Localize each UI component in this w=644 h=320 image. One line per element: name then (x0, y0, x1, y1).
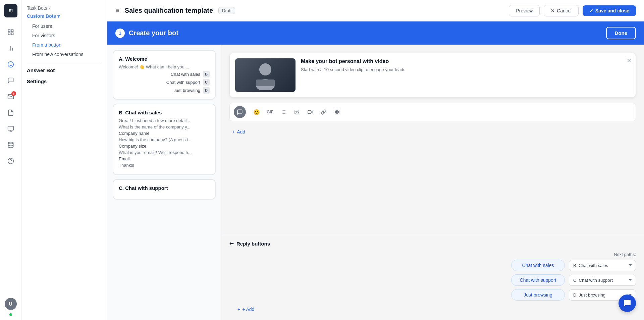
reply-row-2: Chat with support C. Chat with support B… (229, 274, 636, 286)
reply-row-1: Chat with sales B. Chat with sales C. Ch… (229, 260, 636, 271)
reply-just-browsing: Just browsing D (119, 87, 210, 94)
sidebar-for-visitors[interactable]: For visitors (27, 31, 102, 40)
sidebar-from-new-conversations[interactable]: From new conversations (27, 50, 102, 59)
next-paths-label: Next paths: (495, 252, 636, 257)
nav-icon-inbox[interactable]: 1 (4, 90, 17, 103)
card-b-line6: What is your email? We'll respond h... (119, 150, 210, 155)
path-select-sales[interactable]: B. Chat with sales C. Chat with support … (569, 260, 636, 271)
menu-icon[interactable]: ≡ (115, 7, 119, 14)
page-header: ≡ Sales qualification template Draft Pre… (107, 0, 644, 21)
add-plus-icon: + (232, 129, 235, 135)
app-logo[interactable]: ≋ (4, 4, 17, 17)
video-close-button[interactable]: ✕ (627, 57, 632, 64)
apps-icon[interactable] (332, 107, 342, 117)
card-a-title: A. Welcome (119, 56, 210, 62)
video-popup-card: Make your bot personal with video Start … (229, 53, 636, 98)
done-button[interactable]: Done (606, 27, 636, 39)
settings-label[interactable]: Settings (27, 76, 102, 87)
gif-icon[interactable]: GIF (265, 107, 275, 117)
nav-icon-data[interactable] (4, 138, 17, 152)
svg-point-10 (8, 142, 13, 144)
card-b-line2: What is the name of the company y... (119, 124, 210, 129)
person-illustration (252, 60, 279, 90)
inbox-badge: 1 (11, 91, 16, 96)
video-icon[interactable] (305, 107, 316, 117)
card-b-line7: Email (119, 156, 210, 161)
cancel-x-icon: ✕ (551, 8, 555, 13)
path-select-support[interactable]: C. Chat with support B. Chat with sales … (569, 275, 636, 286)
sidebar-divider (27, 62, 102, 62)
save-button[interactable]: ✓ Save and close (583, 5, 636, 16)
flow-card-c[interactable]: C. Chat with support (113, 179, 216, 200)
svg-point-23 (296, 111, 297, 112)
editor-panel: Make your bot personal with video Start … (221, 45, 644, 320)
nav-icon-bots[interactable] (4, 58, 17, 71)
nav-icon-articles[interactable] (4, 106, 17, 119)
task-bots-link[interactable]: Task Bots › (27, 5, 102, 11)
reply-add-button[interactable]: + + Add (229, 304, 636, 315)
page-title: Sales qualification template (125, 7, 213, 14)
banner-title: Create your bot (129, 29, 178, 37)
svg-rect-0 (8, 30, 10, 32)
reply-buttons-section: ⬅ Reply buttons Next paths: (221, 235, 644, 320)
reply-chip-support[interactable]: Chat with support (511, 274, 565, 286)
reply-chip-browsing[interactable]: Just browsing (511, 289, 565, 301)
video-popup-description: Start with a 10 second video clip to eng… (301, 67, 630, 72)
flow-card-b[interactable]: B. Chat with sales Great! I just need a … (113, 104, 216, 175)
nav-icon-home[interactable] (4, 25, 17, 39)
svg-rect-1 (11, 30, 13, 32)
svg-point-4 (8, 62, 13, 67)
image-icon[interactable] (291, 107, 302, 117)
svg-rect-29 (335, 112, 337, 114)
reply-chips-col (229, 252, 484, 260)
list-icon[interactable] (278, 107, 289, 117)
emoji-icon[interactable]: 😊 (251, 107, 262, 117)
status-badge: Draft (218, 7, 235, 14)
nav-icon-messages[interactable] (4, 74, 17, 87)
user-avatar[interactable]: U (5, 298, 17, 310)
preview-button[interactable]: Preview (509, 5, 540, 16)
flow-panel: A. Welcome Welcome! 👋 What can I help yo… (107, 45, 221, 320)
video-thumbnail (235, 58, 296, 92)
link-icon[interactable] (318, 107, 329, 117)
header-actions: Preview ✕ Cancel ✓ Save and close (509, 5, 636, 16)
custom-bots-section[interactable]: Custom Bots ▾ (27, 13, 102, 19)
card-b-line4: How big is the company? (A guess i... (119, 137, 210, 142)
reply-add-plus: + (237, 307, 240, 312)
reply-chat-support: Chat with support C (119, 79, 210, 86)
svg-point-13 (259, 63, 271, 75)
toolbar-message-icon (234, 106, 246, 118)
checkmark-icon: ✓ (589, 8, 593, 13)
svg-rect-15 (256, 79, 275, 86)
flow-card-a[interactable]: A. Welcome Welcome! 👋 What can I help yo… (113, 50, 216, 100)
sidebar-for-users[interactable]: For users (27, 21, 102, 31)
answer-bot-label[interactable]: Answer Bot (27, 65, 102, 76)
chat-bubble-button[interactable] (619, 295, 636, 312)
card-b-line8: Thanks! (119, 163, 210, 168)
main-area: ≡ Sales qualification template Draft Pre… (107, 0, 644, 320)
sidebar-content: Task Bots › Custom Bots ▾ For users For … (21, 0, 107, 320)
reply-paths-col: Next paths: (495, 252, 636, 260)
reply-section-title: ⬅ Reply buttons (229, 241, 636, 247)
svg-rect-25 (308, 110, 311, 113)
svg-rect-7 (8, 126, 13, 130)
online-indicator (9, 313, 12, 316)
video-thumbnail-inner (235, 58, 296, 92)
nav-icon-reports[interactable] (4, 42, 17, 55)
svg-rect-3 (8, 33, 10, 35)
nav-icon-settings2[interactable] (4, 122, 17, 136)
nav-icon-help[interactable] (4, 154, 17, 168)
reply-row-3: Just browsing D. Just browsing B. Chat w… (229, 289, 636, 301)
reply-icon: ⬅ (229, 241, 234, 247)
add-button[interactable]: + + Add Add (229, 126, 636, 137)
card-a-preview: Welcome! 👋 What can I help you ... (119, 64, 210, 69)
svg-rect-27 (337, 110, 339, 112)
create-bot-banner: 1 Create your bot Done (107, 21, 644, 45)
svg-rect-28 (337, 112, 339, 114)
svg-marker-24 (311, 111, 313, 113)
cancel-button[interactable]: ✕ Cancel (544, 5, 579, 16)
main-content: 1 Create your bot Done A. Welcome Welcom… (107, 21, 644, 320)
reply-chip-sales[interactable]: Chat with sales (511, 260, 565, 271)
sidebar-from-button[interactable]: From a button (27, 40, 102, 50)
reply-content: Next paths: (229, 252, 636, 260)
